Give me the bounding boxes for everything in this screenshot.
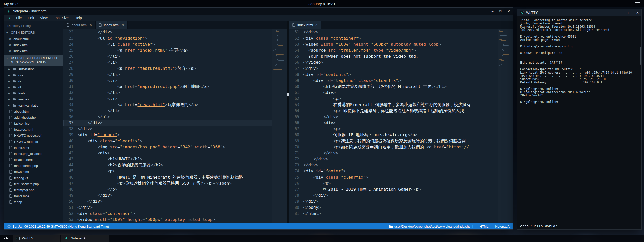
code-line[interactable]: 47 <b>你知道我們全球伺服器已轉用 SSD 了嗎？</b></span> <box>63 180 272 186</box>
file-item[interactable]: x.php <box>4 199 63 205</box>
menu-font-size[interactable]: Font Size <box>51 16 72 20</box>
close-tab-icon[interactable]: ✕ <box>122 23 124 27</box>
code-line[interactable]: 70 <p>如有問題或需要申請白名單，歡迎加入我們的 <a href="http… <box>289 144 498 150</box>
code-line[interactable]: 67 <p> <box>289 126 498 132</box>
taskbar-item-notepada[interactable]: NotepadA <box>61 235 109 242</box>
file-item[interactable]: test_sockets.php <box>4 181 63 187</box>
start-button[interactable] <box>0 235 12 242</box>
file-item[interactable]: add_vhost.php <box>4 114 63 120</box>
code-line[interactable]: 48 </p> <box>63 186 272 192</box>
close-editor-icon[interactable]: ✕ <box>9 43 11 47</box>
status-language-mode[interactable]: HTML <box>480 225 488 228</box>
minimize-icon[interactable]: – <box>492 10 493 13</box>
code-line[interactable]: 54 <source src="trailer.mp4" type="video… <box>289 47 498 53</box>
file-item[interactable]: HKWTC rule.pdf <box>4 139 63 145</box>
code-line[interactable]: 44 <h2>香港的建築伺服器</h2> <box>63 162 272 168</box>
code-line[interactable]: 62 <p> <box>289 96 498 102</box>
menu-file[interactable]: File <box>13 16 25 20</box>
file-item[interactable]: about.html <box>4 108 63 114</box>
folder-item[interactable]: ▸autostation <box>4 66 63 72</box>
code-line[interactable]: 30 <li> <box>63 78 272 84</box>
menu-help[interactable]: Help <box>72 16 85 20</box>
code-line[interactable]: 60 <h1>特別為建築及鐵路而設，現代化的 Minecraft 世界.</h1… <box>289 84 498 90</box>
code-line[interactable]: 28 <a href="features.html">簡介</a> <box>63 65 272 72</box>
code-line[interactable]: 78 </div> <box>289 192 498 198</box>
code-line[interactable]: 50 </div> <box>63 198 272 204</box>
maximize-icon[interactable]: □ <box>628 11 630 14</box>
code-line[interactable]: 39<div id="topbox"> <box>63 132 272 138</box>
code-line[interactable]: 73</div> <box>289 162 498 168</box>
folder-item[interactable]: ▸dc <box>4 78 63 84</box>
code-line[interactable]: 51</div> <box>63 204 272 211</box>
code-line[interactable]: 36 </ul> <box>63 114 272 120</box>
code-line[interactable]: 35 </li> <box>63 108 272 114</box>
code-line[interactable]: 33 <li> <box>63 96 272 102</box>
code-line[interactable]: 51</div> <box>289 29 498 35</box>
taskbar-item-wstty[interactable]: WsTTY <box>13 235 60 242</box>
folder-item[interactable]: ▸css <box>4 72 63 78</box>
code-line[interactable]: 45 <p> <box>63 168 272 174</box>
hamburger-menu-icon[interactable] <box>635 2 640 6</box>
code-line[interactable]: 49 </div> <box>63 192 272 198</box>
code-line[interactable]: 71 </div> <box>289 150 498 156</box>
code-line[interactable]: 68 伺服器 IP 地址為： mcs.hkwtc.org</p> <box>289 132 498 138</box>
file-item[interactable]: favicon.ico <box>4 120 63 126</box>
code-line[interactable]: 66 <div> <box>289 120 498 126</box>
code-line[interactable]: 25 <a href="index.html">主頁</a> <box>63 47 272 53</box>
open-editor-item[interactable]: ✕index.html <box>4 42 63 48</box>
code-line[interactable]: 53<video width="100%" height="500px" aut… <box>289 41 498 47</box>
code-line[interactable]: 59 <div id="tagline" class="clearfix"> <box>289 78 498 84</box>
file-item[interactable]: location.html <box>4 157 63 163</box>
notepad-titlebar[interactable]: NotepadA - index.html – □ ✕ <box>4 8 513 15</box>
open-editors-section[interactable]: ▾ OPEN EDITORS <box>4 30 63 36</box>
code-line[interactable]: 81</html> <box>289 211 498 217</box>
code-line[interactable]: 79</div> <box>289 198 498 204</box>
file-item[interactable]: features.html <box>4 126 63 132</box>
close-editor-icon[interactable]: ✕ <box>9 49 11 53</box>
code-line[interactable]: 38</div> <box>63 126 272 132</box>
menu-edit[interactable]: Edit <box>25 16 37 20</box>
code-line[interactable]: 72 </div> <box>289 156 498 162</box>
close-editor-icon[interactable]: ✕ <box>9 37 11 41</box>
code-line[interactable]: 52<div class="container"> <box>63 211 272 217</box>
code-line[interactable]: 56</video> <box>289 59 498 65</box>
code-line[interactable]: 64 <p> 即使你不是建築師，你也能透過紅石師或鐵路工程師的身份加入我 <box>289 108 498 114</box>
file-item[interactable]: mapredirect.php <box>4 163 63 169</box>
code-line[interactable]: 55 Your browser does not support the vid… <box>289 53 498 59</box>
code-line[interactable]: 24 <li class="active"> <box>63 41 272 47</box>
open-editor-item[interactable]: ✕index.html <box>4 48 63 54</box>
terminal-output[interactable]: [info] Conencting to arozos WsTTY servic… <box>517 16 641 223</box>
code-line[interactable]: 42 <div> <box>63 150 272 156</box>
workspace-root-item[interactable]: ▾ USER:/DESKTOP/SCREENSHOT /TEST/WWW CLE… <box>4 55 63 66</box>
code-line[interactable]: 23 <ul id="navigation"> <box>63 35 272 41</box>
code-line[interactable]: 41 <img src="images/box.png" height="342… <box>63 144 272 150</box>
code-editor[interactable]: 22 </div>23 <ul id="navigation">24 <li c… <box>63 29 272 223</box>
folder-item[interactable]: ▸images <box>4 96 63 102</box>
code-line[interactable]: 52<div class="container"> <box>289 35 498 41</box>
minimap[interactable] <box>272 29 287 223</box>
code-line[interactable]: 75 <div class="clearfix"> <box>289 174 498 180</box>
code-line[interactable]: 53<video width="100%" height="500px" aut… <box>63 217 272 223</box>
menu-view[interactable]: View <box>37 16 51 20</box>
code-line[interactable]: 69 <p>請注意，我們的伺服器為確保玩家及遊玩時的質素，我們對伺服器開 <box>289 138 498 144</box>
code-line[interactable]: 80</body> <box>289 204 498 211</box>
pane-splitter[interactable] <box>287 21 289 223</box>
code-line[interactable]: 46 HKWTC 是一個 Minecraft 的建築伺服器，主要建築計劃包括鐵路 <box>63 174 272 180</box>
code-line[interactable]: 29 </li> <box>63 72 272 78</box>
tab-index.html[interactable]: index.html✕ <box>289 21 321 29</box>
code-line[interactable]: 22 </div> <box>63 29 272 35</box>
code-line[interactable]: 37 </div> <box>63 120 272 126</box>
file-item[interactable]: trailer.mp4 <box>4 193 63 199</box>
file-item[interactable]: testmysql.php <box>4 187 63 193</box>
file-item[interactable]: HKWTC notice.pdf <box>4 132 63 139</box>
close-icon[interactable]: ✕ <box>636 11 639 14</box>
code-line[interactable]: 32 </li> <box>63 90 272 96</box>
code-line[interactable]: 43 <h1>HKWTC</h1> <box>63 156 272 162</box>
folder-item[interactable]: ▸fonts <box>4 90 63 96</box>
code-line[interactable]: 58<div id="contents"> <box>289 72 498 78</box>
code-line[interactable]: 77 © 2018 - 2019 HKWTC Animation Gamer</… <box>289 186 498 192</box>
code-line[interactable]: 57</div> <box>289 65 498 72</box>
maximize-icon[interactable]: □ <box>499 10 501 13</box>
close-tab-icon[interactable]: ✕ <box>90 23 92 27</box>
close-icon[interactable]: ✕ <box>507 10 510 13</box>
